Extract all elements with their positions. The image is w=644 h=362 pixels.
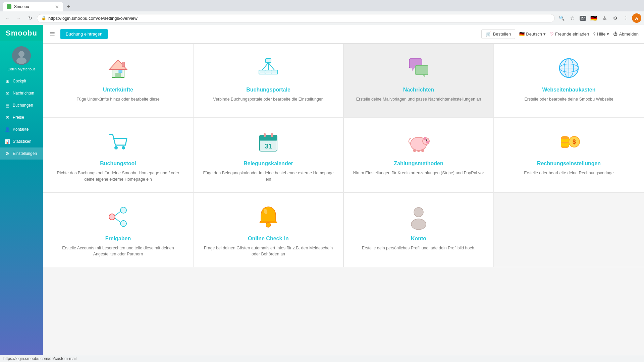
svg-point-52 (266, 223, 271, 227)
svg-point-35 (426, 139, 427, 141)
hamburger-menu-button[interactable]: ☰ (48, 29, 56, 39)
card-desc-webseitenbaukasten: Erstelle oder bearbeite deine Smoobu Web… (524, 96, 613, 103)
konto-icon (405, 203, 432, 230)
search-nav-button[interactable]: 🔍 (557, 13, 566, 23)
svg-rect-7 (266, 59, 271, 63)
order-button[interactable]: 🛒 Bestellen (481, 29, 515, 39)
card-title-webseitenbaukasten: Webseitenbaukasten (542, 87, 596, 93)
browser-tab-active[interactable]: Smoobu ✕ (3, 2, 63, 11)
help-icon: ? (593, 32, 595, 37)
svg-point-48 (109, 214, 115, 220)
forward-button[interactable]: → (14, 13, 23, 23)
belegungskalender-icon: 31 (255, 128, 282, 155)
card-zahlungsmethoden[interactable]: Zahlungsmethoden Nimm Einstellungen für … (343, 117, 494, 192)
sidebar-username: Collin Mysterious (5, 67, 38, 71)
svg-rect-38 (417, 150, 420, 152)
buchungstool-icon (105, 128, 131, 155)
bookmark-button[interactable]: ☆ (568, 13, 577, 23)
address-bar[interactable]: 🔒 https://login.smoobu.com/de/settings/o… (37, 14, 555, 22)
sidebar-item-statistiken[interactable]: 📊 Statistiken (0, 135, 43, 147)
nav-actions: 🔍 ☆ 27 🇩🇪 ⚠ ⚙ ⋮ A (557, 13, 641, 23)
help-menu[interactable]: ? Hilfe ▾ (593, 32, 609, 37)
sidebar-item-kontakte[interactable]: 👤 Kontakte (0, 123, 43, 135)
language-selector[interactable]: 🇩🇪 Deutsch ▾ (519, 32, 546, 37)
cockpit-icon: ⊞ (5, 78, 10, 84)
logout-label: Abmelden (619, 32, 639, 37)
sidebar-label-preise: Preise (13, 115, 24, 120)
sidebar-item-einstellungen[interactable]: ⚙ Einstellungen (0, 147, 43, 160)
card-belegungskalender[interactable]: 31 Belegungskalender Füge den Belegungsk… (193, 117, 343, 192)
card-nachrichten[interactable]: Nachrichten Erstelle deine Mailvorlagen … (343, 44, 494, 117)
back-button[interactable]: ← (3, 13, 12, 23)
svg-point-1 (16, 57, 26, 64)
card-title-konto: Konto (411, 236, 426, 242)
sidebar-item-buchungen[interactable]: ▤ Buchungen (0, 99, 43, 111)
browser-chrome: Smoobu ✕ + (0, 0, 644, 11)
sidebar-label-buchungen: Buchungen (13, 103, 33, 108)
sidebar-label-cockpit: Cockpit (13, 79, 26, 83)
profile-button[interactable]: A (632, 13, 641, 23)
browser-nav: ← → ↻ 🔒 https://login.smoobu.com/de/sett… (0, 11, 644, 25)
sidebar-item-cockpit[interactable]: ⊞ Cockpit (0, 75, 43, 87)
settings-ext-button[interactable]: ⚙ (610, 13, 620, 23)
card-desc-konto: Erstelle dein persönliches Profil und la… (362, 245, 475, 251)
ext-27-button[interactable]: 27 (578, 13, 588, 23)
tab-favicon (7, 4, 11, 9)
rechnungseinstellungen-icon: $ (555, 128, 582, 155)
sidebar-item-nachrichten[interactable]: ✉ Nachrichten (0, 87, 43, 99)
svg-text:31: 31 (265, 142, 272, 150)
card-desc-online-checkin: Frage bei deinen Gästen automatisiert In… (202, 245, 335, 258)
new-tab-button[interactable]: + (64, 2, 73, 11)
svg-point-33 (426, 141, 429, 143)
card-desc-unterkuenfte: Füge Unterkünfte hinzu oder bearbeite di… (76, 96, 159, 103)
svg-point-47 (120, 207, 126, 213)
card-buchungstool[interactable]: Buchungstool Richte das Buchungstool für… (43, 117, 193, 192)
tab-close-button[interactable]: ✕ (55, 4, 59, 9)
warning-button[interactable]: ⚠ (600, 13, 609, 23)
lock-icon: 🔒 (41, 16, 46, 20)
nachrichten-card-icon (405, 55, 432, 81)
statistiken-icon: 📊 (5, 139, 10, 144)
zahlungsmethoden-icon (405, 128, 432, 155)
browser-tabs: Smoobu ✕ + (3, 2, 641, 11)
more-button[interactable]: ⋮ (621, 13, 631, 23)
book-entry-button[interactable]: Buchung eintragen (60, 29, 108, 39)
card-rechnungseinstellungen[interactable]: $ Rechnungseinstellungen Erstelle oder b… (494, 117, 644, 192)
svg-rect-16 (415, 65, 428, 75)
card-online-checkin[interactable]: Online Check-In Frage bei deinen Gästen … (193, 192, 343, 267)
card-webseitenbaukasten[interactable]: Webseitenbaukasten Erstelle oder bearbei… (494, 44, 644, 117)
flag-de-button[interactable]: 🇩🇪 (589, 13, 598, 23)
order-label: Bestellen (493, 32, 511, 37)
card-title-belegungskalender: Belegungskalender (244, 161, 293, 167)
logo-text: Smoobu (6, 29, 37, 38)
sidebar-logo: Smoobu (0, 25, 43, 41)
card-title-nachrichten: Nachrichten (403, 87, 434, 93)
card-desc-nachrichten: Erstelle deine Mailvorlagen und passe Na… (356, 96, 481, 103)
svg-rect-29 (271, 133, 273, 137)
svg-point-0 (18, 51, 24, 57)
card-unterkuenfte[interactable]: Unterkünfte Füge Unterkünfte hinzu oder … (43, 44, 193, 117)
unterkuenfte-icon (105, 55, 131, 81)
card-buchungsportale[interactable]: Buchungsportale Verbinde Buchungsportale… (193, 44, 343, 117)
sidebar-nav: ⊞ Cockpit ✉ Nachrichten ▤ Buchungen ⊠ Pr… (0, 75, 43, 355)
logout-icon: ⏻ (613, 32, 618, 37)
sidebar-label-nachrichten: Nachrichten (13, 91, 34, 96)
heart-icon: ♡ (550, 32, 554, 37)
help-label: Hilfe (597, 32, 605, 37)
sidebar-item-preise[interactable]: ⊠ Preise (0, 111, 43, 123)
avatar (12, 46, 31, 65)
friends-invite-button[interactable]: ♡ Freunde einladen (550, 32, 589, 37)
status-bar: https://login.smoobu.com/de/custom-mail (0, 355, 644, 362)
card-freigaben[interactable]: Freigaben Erstelle Accounts mit Leserech… (43, 192, 193, 267)
einstellungen-icon: ⚙ (5, 151, 10, 156)
status-text: https://login.smoobu.com/de/custom-mail (3, 356, 76, 361)
buchungsportale-icon (255, 55, 282, 81)
card-desc-rechnungseinstellungen: Erstelle oder bearbeite deine Rechnungsv… (524, 170, 614, 176)
logout-button[interactable]: ⏻ Abmelden (613, 32, 639, 37)
help-chevron-icon: ▾ (607, 32, 609, 37)
card-konto[interactable]: Konto Erstelle dein persönliches Profil … (343, 192, 494, 267)
cart-icon: 🛒 (486, 32, 491, 37)
app-container: Smoobu Collin Mysterious ⊞ Cockpit ✉ Nac… (0, 25, 644, 355)
reload-button[interactable]: ↻ (25, 13, 35, 23)
svg-rect-28 (264, 133, 266, 137)
